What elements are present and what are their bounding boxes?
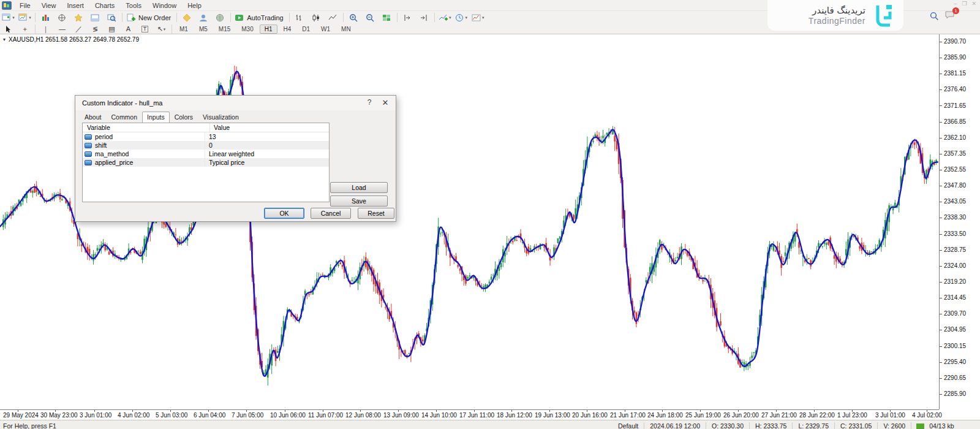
- fibonacci-button[interactable]: ≶: [87, 23, 104, 35]
- variable-value[interactable]: Typical price: [205, 158, 244, 167]
- tab-about[interactable]: About: [80, 112, 106, 122]
- price-tick: 2371.65: [940, 102, 966, 109]
- separator: [35, 13, 36, 22]
- timeframe-m15[interactable]: M15: [214, 25, 235, 34]
- channel-button[interactable]: ▤: [104, 23, 120, 35]
- menu-view[interactable]: View: [36, 1, 62, 10]
- crosshair-button[interactable]: ＋: [17, 23, 33, 35]
- auto-scroll-button[interactable]: [416, 12, 432, 23]
- cancel-button[interactable]: Cancel: [311, 208, 351, 219]
- separator: [289, 13, 290, 22]
- data-window-button[interactable]: [54, 12, 70, 23]
- timeframe-w1[interactable]: W1: [316, 25, 335, 34]
- community-globe-button[interactable]: [212, 12, 228, 23]
- timeframe-h1[interactable]: H1: [260, 25, 277, 34]
- menu-help[interactable]: Help: [182, 1, 207, 10]
- dropdown-icon: ▾: [164, 27, 166, 31]
- symbol-ohlc-text: XAUUSD,H1 2651.58 2653.27 2649.78 2652.7…: [9, 36, 139, 43]
- dialog-help-button[interactable]: ?: [364, 98, 375, 107]
- vertical-line-button[interactable]: ｜: [37, 23, 54, 35]
- separator: [172, 25, 172, 34]
- horizontal-line-button[interactable]: —: [54, 23, 70, 35]
- tab-visualization[interactable]: Visualization: [198, 112, 244, 122]
- navigator-button[interactable]: [70, 12, 87, 23]
- text-button[interactable]: A: [120, 23, 137, 35]
- input-row-ma_method[interactable]: ma_methodLinear weighted: [83, 150, 329, 158]
- profiles-button[interactable]: ▾: [17, 12, 33, 23]
- timeframe-d1[interactable]: D1: [297, 25, 315, 34]
- ok-button[interactable]: OK: [264, 208, 304, 219]
- strategy-tester-button[interactable]: [104, 12, 120, 23]
- variable-value[interactable]: 0: [205, 141, 213, 150]
- price-tick: 2352.55: [940, 166, 966, 173]
- menu-charts[interactable]: Charts: [89, 1, 120, 10]
- tab-colors[interactable]: Colors: [170, 112, 198, 122]
- custom-indicator-dialog: Custom Indicator - hull_ma ? ✕ AboutComm…: [75, 95, 396, 222]
- dialog-close-button[interactable]: ✕: [380, 98, 391, 107]
- menu-window[interactable]: Window: [147, 1, 182, 10]
- zoom-out-button[interactable]: [362, 12, 379, 23]
- trendline-button[interactable]: ／: [70, 23, 87, 35]
- separator: [230, 13, 231, 22]
- timeframe-m1[interactable]: M1: [175, 25, 193, 34]
- input-row-period[interactable]: period13: [83, 132, 329, 141]
- line-chart-button[interactable]: [325, 12, 341, 23]
- text-label-button[interactable]: T: [137, 23, 153, 35]
- periods-button[interactable]: ▾: [453, 12, 470, 23]
- reset-button[interactable]: Reset: [358, 208, 394, 219]
- variable-value[interactable]: Linear weighted: [205, 150, 254, 158]
- candlestick-button[interactable]: [308, 12, 325, 23]
- time-tick: 3 Jun 01:00: [80, 412, 111, 419]
- tradingfinder-mark-icon: [872, 3, 895, 28]
- timeframe-m5[interactable]: M5: [194, 25, 213, 34]
- price-tick: 2343.05: [940, 198, 966, 205]
- search-icon[interactable]: [930, 12, 939, 21]
- templates-button[interactable]: ▾: [470, 12, 486, 23]
- tile-windows-button[interactable]: [379, 12, 395, 23]
- price-axis[interactable]: 2390.702385.902381.152376.402371.652366.…: [939, 34, 980, 409]
- timeframe-mn[interactable]: MN: [336, 25, 356, 34]
- menu-tools[interactable]: Tools: [120, 1, 147, 10]
- terminal-button[interactable]: [87, 12, 104, 23]
- input-row-applied_price[interactable]: applied_priceTypical price: [83, 158, 329, 167]
- dialog-titlebar[interactable]: Custom Indicator - hull_ma: [75, 96, 396, 110]
- chart-dropdown-icon[interactable]: ▾: [3, 37, 6, 42]
- status-seg-4: L: 2329.75: [793, 422, 834, 429]
- input-row-shift[interactable]: shift0: [83, 141, 329, 150]
- cursor-button[interactable]: [0, 23, 17, 35]
- tab-inputs[interactable]: Inputs: [142, 112, 170, 123]
- arrows-button[interactable]: ↖▾: [153, 23, 170, 35]
- time-tick: 28 Jun 22:00: [799, 412, 835, 419]
- new-order-button[interactable]: New Order: [124, 12, 175, 23]
- experts-button[interactable]: [195, 12, 212, 23]
- dialog-tabs: AboutCommonInputsColorsVisualization: [80, 112, 244, 122]
- column-variable: Variable: [83, 123, 210, 132]
- bar-chart-button[interactable]: [292, 12, 308, 23]
- autotrading-button[interactable]: AutoTrading: [233, 12, 287, 23]
- zoom-in-button[interactable]: [345, 12, 362, 23]
- chart-shift-button[interactable]: [399, 12, 416, 23]
- restore-icon[interactable]: ❒: [962, 1, 967, 7]
- time-tick: 26 Jun 20:00: [723, 412, 759, 419]
- tab-common[interactable]: Common: [106, 112, 142, 122]
- menu-file[interactable]: File: [14, 1, 36, 10]
- minimize-icon[interactable]: –: [954, 1, 957, 7]
- metaeditor-button[interactable]: [179, 12, 195, 23]
- variable-value[interactable]: 13: [205, 132, 216, 141]
- market-watch-button[interactable]: [37, 12, 54, 23]
- time-axis[interactable]: 29 May 202430 May 23:003 Jun 01:004 Jun …: [0, 409, 939, 420]
- load-button[interactable]: Load: [330, 182, 388, 193]
- timeframe-h4[interactable]: H4: [279, 25, 296, 34]
- time-tick: 29 May 2024: [3, 412, 39, 419]
- new-chart-button[interactable]: ▾: [0, 12, 17, 23]
- chat-icon[interactable]: 1: [945, 10, 956, 22]
- close-icon[interactable]: ✕: [971, 1, 976, 7]
- dropdown-icon: ▾: [482, 15, 484, 20]
- save-button[interactable]: Save: [330, 196, 388, 207]
- inputs-table-header: Variable Value: [83, 123, 329, 132]
- separator: [122, 13, 123, 22]
- variable-name: ma_method: [95, 150, 129, 158]
- menu-insert[interactable]: Insert: [61, 1, 89, 10]
- timeframe-m30[interactable]: M30: [236, 25, 258, 34]
- indicators-button[interactable]: ▾: [437, 12, 453, 23]
